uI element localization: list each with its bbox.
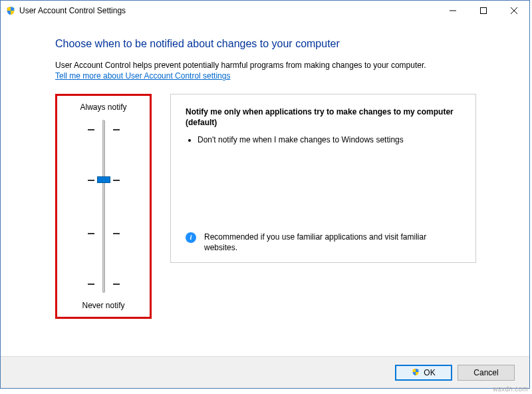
recommendation-text: Recommended if you use familiar applicat… [204,232,461,253]
description-bullet: Don't notify me when I make changes to W… [198,134,461,145]
window-controls [438,1,529,21]
window-title: User Account Control Settings [19,6,126,15]
slider-track[interactable] [63,118,144,294]
maximize-button[interactable] [468,1,499,21]
uac-settings-window: User Account Control Settings Choose whe… [0,0,530,389]
help-link[interactable]: Tell me more about User Account Control … [55,71,230,81]
cancel-button[interactable]: Cancel [458,365,515,381]
page-subtext: User Account Control helps prevent poten… [55,61,493,70]
bottom-bar: OK Cancel [1,356,529,388]
shield-icon [412,368,421,377]
description-list: Don't notify me when I make changes to W… [198,134,461,149]
recommendation-row: i Recommended if you use familiar applic… [186,232,461,253]
description-title: Notify me only when applications try to … [186,106,461,128]
info-icon: i [186,232,196,243]
slider-bottom-label: Never notify [82,301,124,310]
svg-rect-1 [481,8,487,14]
ok-button-label: OK [424,368,435,377]
page-heading: Choose when to be notified about changes… [55,38,493,50]
minimize-button[interactable] [438,1,468,21]
close-button[interactable] [499,1,529,21]
watermark: wsxdn.com [493,385,528,393]
ok-button[interactable]: OK [395,365,452,381]
description-panel: Notify me only when applications try to … [170,94,476,263]
shield-icon [6,6,15,15]
cancel-button-label: Cancel [473,368,498,377]
slider-thumb[interactable] [97,176,110,183]
notification-slider-box: Always notify Never notify [55,94,152,319]
titlebar: User Account Control Settings [1,1,529,21]
content-area: Choose when to be notified about changes… [1,21,529,356]
slider-top-label: Always notify [80,102,126,112]
